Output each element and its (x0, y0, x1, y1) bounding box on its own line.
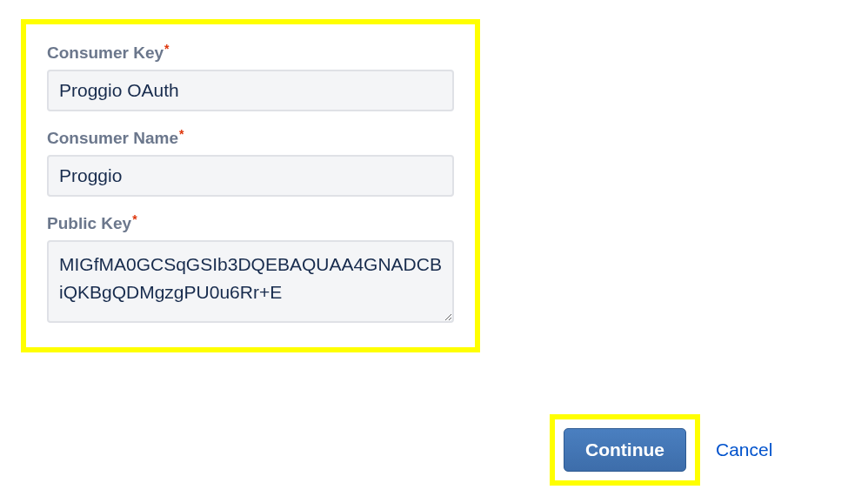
required-asterisk-icon: * (132, 212, 137, 226)
continue-highlight-box: Continue (550, 414, 700, 486)
public-key-textarea[interactable]: MIGfMA0GCSqGSIb3DQEBAQUAA4GNADCBiQKBgQDM… (47, 240, 454, 323)
continue-button[interactable]: Continue (564, 428, 686, 472)
required-asterisk-icon: * (164, 42, 169, 56)
consumer-key-label: Consumer Key* (47, 44, 169, 63)
cancel-link[interactable]: Cancel (716, 439, 772, 460)
public-key-label-text: Public Key (47, 214, 131, 232)
consumer-key-label-text: Consumer Key (47, 44, 164, 62)
consumer-name-label-text: Consumer Name (47, 129, 178, 147)
consumer-key-input[interactable] (47, 70, 454, 111)
public-key-field: Public Key* MIGfMA0GCSqGSIb3DQEBAQUAA4GN… (47, 214, 454, 326)
consumer-key-field: Consumer Key* (47, 44, 454, 111)
consumer-name-field: Consumer Name* (47, 129, 454, 197)
consumer-name-input[interactable] (47, 155, 454, 197)
required-asterisk-icon: * (179, 127, 184, 141)
public-key-label: Public Key* (47, 214, 137, 233)
consumer-name-label: Consumer Name* (47, 129, 183, 148)
form-highlight-box: Consumer Key* Consumer Name* Public Key*… (21, 19, 480, 352)
button-section: Continue Cancel (550, 414, 772, 486)
